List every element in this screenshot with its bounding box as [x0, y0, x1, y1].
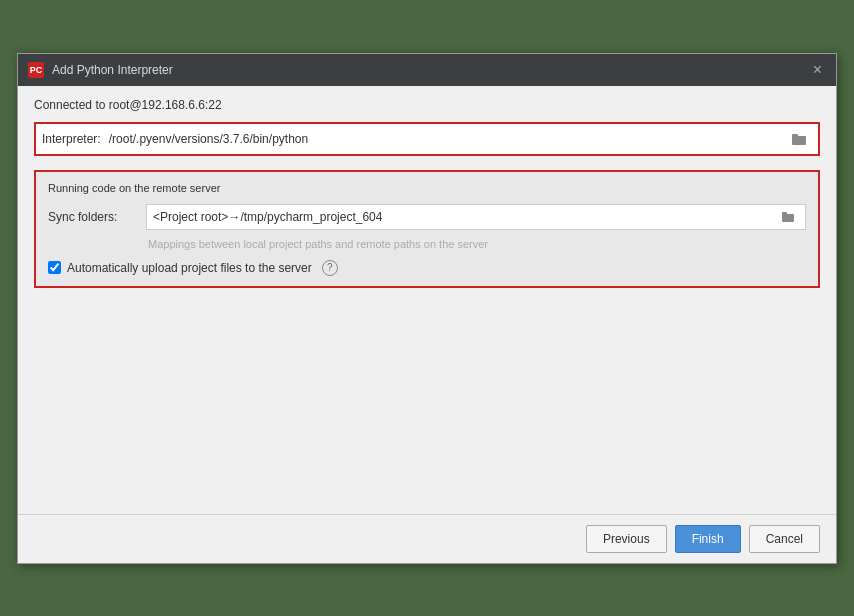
auto-upload-label: Automatically upload project files to th… [67, 261, 312, 275]
section-title: Running code on the remote server [48, 182, 806, 194]
svg-rect-2 [782, 214, 794, 222]
cancel-button[interactable]: Cancel [749, 525, 820, 553]
svg-rect-3 [782, 212, 787, 215]
interpreter-label: Interpreter: [42, 132, 101, 146]
sync-input-wrapper [146, 204, 806, 230]
close-button[interactable]: × [809, 60, 826, 80]
svg-rect-0 [792, 136, 806, 145]
finish-button[interactable]: Finish [675, 525, 741, 553]
previous-button[interactable]: Previous [586, 525, 667, 553]
auto-upload-row: Automatically upload project files to th… [48, 260, 806, 276]
empty-area [34, 302, 820, 502]
interpreter-row: Interpreter: [34, 122, 820, 156]
app-icon: PC [28, 62, 44, 78]
sync-folders-row: Sync folders: [48, 204, 806, 230]
add-python-interpreter-dialog: PC Add Python Interpreter × Connected to… [17, 53, 837, 564]
dialog-body: Connected to root@192.168.6.6:22 Interpr… [18, 86, 836, 514]
mappings-hint: Mappings between local project paths and… [148, 238, 806, 250]
help-icon[interactable]: ? [322, 260, 338, 276]
auto-upload-checkbox[interactable] [48, 261, 61, 274]
svg-rect-1 [792, 134, 798, 137]
sync-label: Sync folders: [48, 210, 138, 224]
running-code-section: Running code on the remote server Sync f… [34, 170, 820, 288]
title-bar: PC Add Python Interpreter × [18, 54, 836, 86]
sync-folder-button[interactable] [779, 211, 799, 223]
sync-folders-input[interactable] [153, 210, 779, 224]
dialog-footer: Previous Finish Cancel [18, 514, 836, 563]
interpreter-folder-button[interactable] [788, 128, 812, 150]
connection-info: Connected to root@192.168.6.6:22 [34, 98, 820, 112]
dialog-title: Add Python Interpreter [52, 63, 809, 77]
interpreter-input[interactable] [109, 128, 788, 150]
